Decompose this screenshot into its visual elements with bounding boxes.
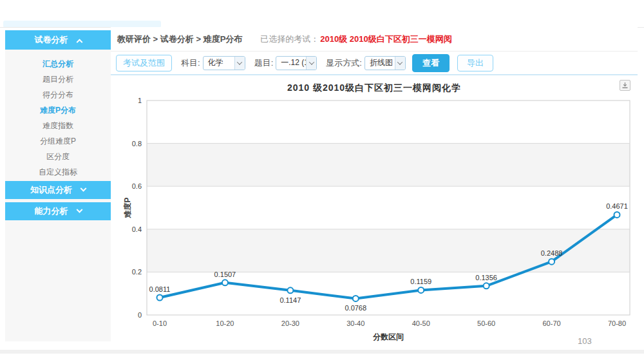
sidebar-section-label: 能力分析 (35, 205, 68, 217)
download-icon (621, 82, 629, 89)
chevron-down-icon (395, 56, 405, 70)
sidebar-item-custom-indicator[interactable]: 自定义指标 (5, 164, 111, 180)
chevron-down-icon (234, 56, 245, 70)
sidebar-item-group-difficulty-p[interactable]: 分组难度P (5, 133, 111, 149)
svg-text:60-70: 60-70 (543, 319, 561, 327)
sidebar-item-difficulty-index[interactable]: 难度指数 (5, 118, 111, 133)
svg-text:20-30: 20-30 (281, 319, 299, 327)
svg-text:0.1356: 0.1356 (475, 274, 497, 281)
main-panel: 教研评价 > 试卷分析 > 难度P分布 已选择的考试： 2010级 2010级白… (111, 27, 638, 351)
sidebar-section-label: 试卷分析 (35, 34, 68, 46)
question-select[interactable]: 一.12 (1 (276, 56, 317, 70)
exam-scope-button[interactable]: 考试及范围 (116, 55, 172, 71)
chevron-down-icon (306, 56, 316, 70)
sidebar-item-score-distribution[interactable]: 得分分布 (5, 87, 111, 102)
sidebar-item-discrimination[interactable]: 区分度 (5, 149, 111, 164)
download-chart-button[interactable] (620, 80, 630, 91)
selected-exam-value: 2010级 2010级白下区初三一模网阅 (320, 33, 451, 45)
sidebar-section-label: 知识点分析 (30, 184, 72, 196)
line-chart: 00.20.40.60.81难度P0-1010-2020-3030-4040-5… (111, 75, 638, 346)
sidebar-item-difficulty-p-distribution[interactable]: 难度P分布 (5, 102, 111, 118)
svg-text:0.4671: 0.4671 (606, 202, 628, 210)
svg-text:0.6: 0.6 (132, 182, 142, 190)
page-number: 103 (578, 336, 592, 346)
chart-area: 00.20.40.60.81难度P0-1010-2020-3030-4040-5… (111, 75, 638, 350)
breadcrumb-bar: 教研评价 > 试卷分析 > 难度P分布 已选择的考试： 2010级 2010级白… (111, 27, 638, 52)
sidebar-section-ability-analysis[interactable]: 能力分析 (5, 202, 111, 220)
svg-text:难度P: 难度P (123, 197, 132, 218)
svg-text:0.1147: 0.1147 (279, 296, 301, 304)
chevron-up-icon (76, 39, 82, 45)
svg-text:0.0768: 0.0768 (345, 304, 366, 312)
svg-text:分数区间: 分数区间 (372, 332, 404, 341)
sidebar-section-exam-analysis[interactable]: 试卷分析 (5, 30, 111, 50)
svg-text:50-60: 50-60 (477, 319, 495, 327)
sidebar-section-knowledge-analysis[interactable]: 知识点分析 (5, 181, 111, 199)
chevron-down-icon (80, 185, 87, 191)
export-button[interactable]: 导出 (457, 55, 493, 71)
app-window: 试卷分析 汇总分析 题目分析 得分分布 难度P分布 难度指数 分组难度P 区分度… (0, 0, 644, 362)
svg-text:40-50: 40-50 (412, 319, 430, 327)
svg-text:0-10: 0-10 (153, 319, 167, 327)
svg-text:30-40: 30-40 (346, 319, 365, 327)
svg-text:0.1507: 0.1507 (214, 271, 236, 278)
svg-text:0.1159: 0.1159 (410, 278, 431, 285)
subject-label: 科目: (181, 57, 200, 69)
svg-text:0.0811: 0.0811 (149, 285, 171, 293)
svg-text:0: 0 (138, 311, 142, 319)
question-select-value: 一.12 (1 (276, 57, 306, 68)
bottom-strip (0, 350, 644, 354)
svg-text:1: 1 (138, 97, 142, 104)
svg-text:0.4: 0.4 (132, 225, 142, 233)
subject-select-value: 化学 (204, 57, 234, 68)
question-label: 题目: (254, 57, 274, 69)
toolbar: 考试及范围 科目: 化学 题目: 一.12 (1 显示方式: 折线图 查看 导出 (111, 52, 638, 75)
view-button[interactable]: 查看 (412, 54, 450, 72)
svg-text:0.8: 0.8 (132, 140, 142, 148)
sidebar-item-question-analysis[interactable]: 题目分析 (5, 71, 111, 87)
breadcrumb: 教研评价 > 试卷分析 > 难度P分布 (117, 33, 242, 45)
svg-text:70-80: 70-80 (608, 319, 626, 327)
subject-select[interactable]: 化学 (203, 56, 245, 70)
selected-exam-label: 已选择的考试： (260, 33, 319, 45)
svg-text:10-20: 10-20 (216, 319, 234, 327)
display-mode-select[interactable]: 折线图 (365, 56, 406, 70)
sidebar: 试卷分析 汇总分析 题目分析 得分分布 难度P分布 难度指数 分组难度P 区分度… (5, 30, 111, 341)
display-mode-select-value: 折线图 (365, 57, 395, 68)
chart-title: 2010 级2010级白下区初三一模网阅化学 (111, 82, 638, 94)
sidebar-menu: 汇总分析 题目分析 得分分布 难度P分布 难度指数 分组难度P 区分度 自定义指… (5, 50, 111, 180)
chevron-down-icon (76, 206, 82, 213)
display-mode-label: 显示方式: (326, 57, 362, 69)
svg-text:0.2488: 0.2488 (541, 249, 563, 257)
svg-text:0.2: 0.2 (132, 268, 142, 276)
sidebar-item-summary-analysis[interactable]: 汇总分析 (5, 56, 111, 71)
